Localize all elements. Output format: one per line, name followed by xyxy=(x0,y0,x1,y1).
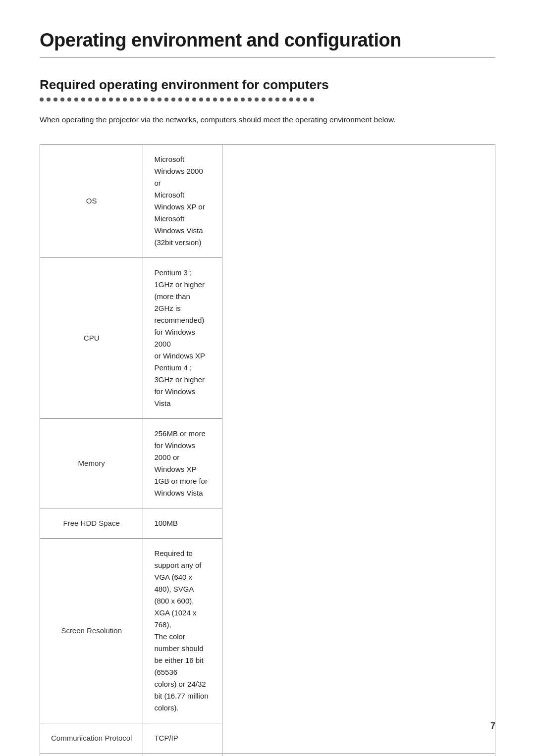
network-sub-label: Wireless LAN xyxy=(143,753,222,756)
row-value: TCP/IP xyxy=(143,723,222,753)
spec-table: OSMicrosoft Windows 2000 orMicrosoft Win… xyxy=(40,144,495,756)
dot xyxy=(227,98,231,101)
network-row-value: Correspond to IEEE802.11b/g xyxy=(222,753,495,756)
dot xyxy=(102,98,106,101)
dot xyxy=(158,98,161,101)
network-group-label: NetworkCorrespond xyxy=(40,753,143,756)
dot xyxy=(255,98,259,101)
dot xyxy=(185,98,189,101)
dot xyxy=(60,98,64,101)
table-row: OSMicrosoft Windows 2000 orMicrosoft Win… xyxy=(40,144,495,257)
dot xyxy=(296,98,300,101)
row-label: OS xyxy=(40,144,143,257)
table-row: Communication ProtocolTCP/IP xyxy=(40,723,495,753)
dot xyxy=(234,98,238,101)
dot xyxy=(206,98,210,101)
page-title: Operating environment and configuration xyxy=(40,30,495,51)
dot xyxy=(303,98,307,101)
table-row: CPUPentium 3 ; 1GHz or higher(more than … xyxy=(40,257,495,418)
dot xyxy=(192,98,196,101)
dot xyxy=(199,98,203,101)
page-number: 7 xyxy=(490,721,495,731)
dot xyxy=(268,98,272,101)
dot xyxy=(213,98,217,101)
dot xyxy=(47,98,51,101)
dot xyxy=(282,98,286,101)
dot xyxy=(116,98,120,101)
dot xyxy=(95,98,99,101)
dot xyxy=(74,98,78,101)
dot xyxy=(241,98,245,101)
dot xyxy=(137,98,141,101)
row-label: CPU xyxy=(40,257,143,418)
dot xyxy=(88,98,92,101)
dot xyxy=(67,98,71,101)
dot xyxy=(40,98,44,101)
row-value: Microsoft Windows 2000 orMicrosoft Windo… xyxy=(143,144,222,257)
row-value: Pentium 3 ; 1GHz or higher(more than 2GH… xyxy=(143,257,222,418)
row-label: Memory xyxy=(40,418,143,508)
dots-decoration xyxy=(40,98,495,101)
dot xyxy=(289,98,293,101)
dot xyxy=(164,98,168,101)
dot xyxy=(144,98,148,101)
dot xyxy=(262,98,266,101)
table-row: Memory256MB or more for Windows 2000 or … xyxy=(40,418,495,508)
dot xyxy=(178,98,182,101)
row-value: 256MB or more for Windows 2000 or Window… xyxy=(143,418,222,508)
dot xyxy=(81,98,85,101)
row-label: Screen Resolution xyxy=(40,538,143,723)
dot xyxy=(123,98,127,101)
dot xyxy=(310,98,314,101)
dot xyxy=(54,98,57,101)
row-label: Free HDD Space xyxy=(40,508,143,538)
dot xyxy=(275,98,279,101)
table-row: Screen ResolutionRequired to support any… xyxy=(40,538,495,723)
dot xyxy=(171,98,175,101)
row-label: Communication Protocol xyxy=(40,723,143,753)
section-title: Required operating environment for compu… xyxy=(40,77,495,93)
intro-text: When operating the projector via the net… xyxy=(40,113,495,126)
row-value: 100MB xyxy=(143,508,222,538)
network-row: NetworkCorrespondWireless LANCorrespond … xyxy=(40,753,495,756)
dot xyxy=(109,98,113,101)
dot xyxy=(220,98,224,101)
table-row: Free HDD Space100MB xyxy=(40,508,495,538)
dot xyxy=(130,98,134,101)
dot xyxy=(248,98,252,101)
row-value: Required to support any of VGA (640 x 48… xyxy=(143,538,222,723)
title-divider xyxy=(40,57,495,57)
dot xyxy=(151,98,155,101)
